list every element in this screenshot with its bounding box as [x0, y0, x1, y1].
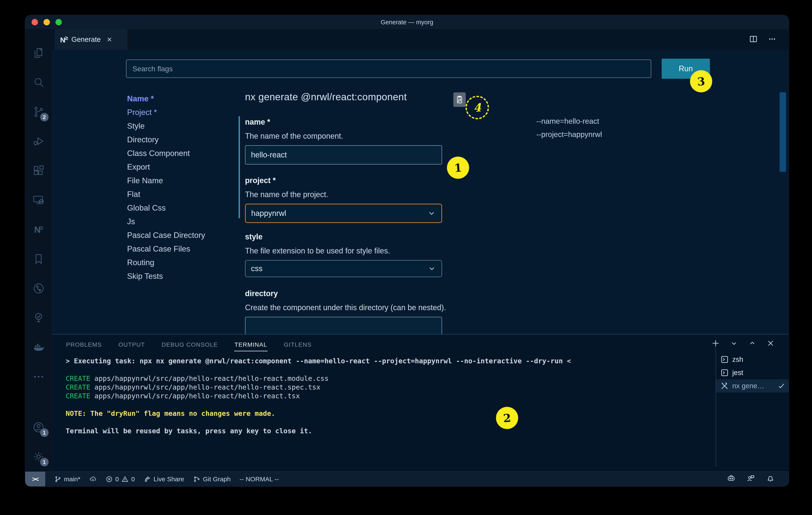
- cli-arg-name: --name=hello-react: [536, 114, 602, 128]
- accounts-icon[interactable]: 1: [25, 413, 52, 442]
- tab-gitlens[interactable]: GITLENS: [283, 337, 312, 351]
- annotation-step-1: 1: [446, 156, 470, 180]
- nav-item-file-name[interactable]: File Name: [127, 174, 205, 188]
- terminal-item-nx-generate[interactable]: nx gene…: [716, 379, 789, 392]
- status-bar: >< main* 0 0 Live Share Git Graph -- NOR…: [25, 471, 789, 486]
- nav-item-js[interactable]: Js: [127, 215, 205, 228]
- nx-tab-icon: N≥: [60, 35, 67, 44]
- nav-item-directory[interactable]: Directory: [127, 133, 205, 146]
- remote-explorer-icon[interactable]: [25, 185, 52, 215]
- project-field-description: The name of the project.: [245, 190, 328, 199]
- tools-icon: [720, 382, 729, 390]
- directory-field-label: directory: [245, 289, 278, 298]
- git-branch-status[interactable]: main*: [54, 476, 80, 483]
- vim-mode-status[interactable]: -- NORMAL --: [240, 476, 279, 483]
- terminal-create-line: CREATE apps/happynrwl/src/app/hello-reac…: [66, 374, 571, 383]
- nav-item-global-css[interactable]: Global Css: [127, 201, 205, 215]
- terminal-item-zsh[interactable]: zsh: [716, 353, 789, 366]
- terminal-create-line: CREATE apps/happynrwl/src/app/hello-reac…: [66, 383, 571, 392]
- nav-item-style[interactable]: Style: [127, 119, 205, 133]
- style-field-label: style: [245, 232, 262, 241]
- tab-label: Generate: [71, 35, 101, 44]
- notifications-bell-icon[interactable]: [766, 474, 775, 484]
- task-success-check-icon: [777, 382, 786, 390]
- flags-nav-list: Name * Project * Style Directory Class C…: [127, 92, 205, 283]
- live-share-icon: [144, 476, 151, 483]
- tab-terminal[interactable]: TERMINAL: [234, 337, 268, 351]
- problems-status[interactable]: 0 0: [106, 476, 135, 483]
- editor-more-actions-icon[interactable]: [767, 34, 777, 45]
- bottom-panel: PROBLEMS OUTPUT DEBUG CONSOLE TERMINAL G…: [52, 334, 789, 471]
- tab-problems[interactable]: PROBLEMS: [66, 337, 103, 351]
- nav-item-pascal-case-directory[interactable]: Pascal Case Directory: [127, 228, 205, 242]
- sync-status[interactable]: [89, 476, 96, 483]
- source-control-badge: 2: [40, 113, 49, 121]
- directory-field-description: Create the component under this director…: [245, 303, 446, 312]
- style-field-select[interactable]: css: [245, 260, 442, 277]
- branch-icon: [54, 476, 61, 483]
- git-graph-status[interactable]: Git Graph: [193, 476, 231, 483]
- terminal-item-jest[interactable]: jest: [716, 366, 789, 379]
- tab-generate[interactable]: N≥ Generate ✕: [55, 29, 127, 50]
- terminal-icon: [720, 355, 729, 364]
- activity-bar: 2 N≥: [25, 29, 52, 471]
- tab-close-icon[interactable]: ✕: [107, 36, 112, 43]
- name-field-description: The name of the component.: [245, 132, 343, 141]
- accounts-badge: 1: [40, 428, 49, 437]
- docker-icon[interactable]: [25, 333, 52, 362]
- annotation-step-4: 4: [465, 95, 490, 120]
- git-graph-icon: [193, 476, 200, 483]
- title-bar: Generate — myorg: [25, 15, 789, 29]
- nav-item-class-component[interactable]: Class Component: [127, 146, 205, 160]
- required-fields-bar: [239, 116, 240, 218]
- remote-indicator[interactable]: ><: [25, 472, 45, 487]
- search-icon[interactable]: [25, 67, 52, 97]
- terminal-create-line: CREATE apps/happynrwl/src/app/hello-reac…: [66, 392, 571, 401]
- name-field-input[interactable]: hello-react: [245, 145, 442, 164]
- nx-console-icon[interactable]: N≥: [25, 215, 52, 244]
- project-field-label: project *: [245, 176, 276, 185]
- explorer-icon[interactable]: [25, 38, 52, 67]
- nav-item-project[interactable]: Project *: [127, 106, 205, 119]
- nav-item-skip-tests[interactable]: Skip Tests: [127, 269, 205, 283]
- chevron-down-icon: [427, 209, 436, 218]
- window-title: Generate — myorg: [25, 19, 789, 26]
- nav-item-pascal-case-files[interactable]: Pascal Case Files: [127, 242, 205, 256]
- feedback-icon[interactable]: [747, 474, 755, 484]
- terminal-icon: [720, 369, 729, 377]
- cli-arg-project: --project=happynrwl: [536, 128, 602, 141]
- warning-icon: [121, 476, 128, 483]
- run-debug-icon[interactable]: [25, 127, 52, 156]
- panel-tabs: PROBLEMS OUTPUT DEBUG CONSOLE TERMINAL G…: [66, 334, 312, 354]
- settings-gear-icon[interactable]: 1: [25, 442, 52, 471]
- chevron-down-icon: [428, 264, 436, 273]
- nav-item-flat[interactable]: Flat: [127, 188, 205, 201]
- editor-scrollbar[interactable]: [780, 92, 786, 172]
- nav-item-routing[interactable]: Routing: [127, 256, 205, 269]
- nx-generate-webview: Run Name * Project * Style Directory Cla…: [52, 50, 789, 334]
- cli-args-preview: --name=hello-react --project=happynrwl: [536, 114, 602, 141]
- tab-output[interactable]: OUTPUT: [118, 337, 145, 351]
- more-extensions-icon[interactable]: [25, 362, 52, 391]
- vscode-window: Generate — myorg 2 N≥: [25, 15, 789, 487]
- copy-command-button[interactable]: [453, 92, 466, 107]
- gitlens-icon[interactable]: [25, 274, 52, 303]
- terminal-reuse-line: Terminal will be reused by tasks, press …: [66, 427, 571, 435]
- copilot-icon[interactable]: [727, 474, 735, 484]
- terminal-task-list: zsh jest nx gene…: [716, 347, 789, 466]
- project-field-select[interactable]: happynrwl: [245, 204, 442, 223]
- generator-heading: nx generate @nrwl/react:component: [245, 91, 407, 103]
- tab-debug-console[interactable]: DEBUG CONSOLE: [161, 337, 219, 351]
- search-flags-input[interactable]: [126, 59, 651, 78]
- terminal-output: > Executing task: npx nx generate @nrwl/…: [66, 357, 571, 435]
- nav-item-name[interactable]: Name *: [127, 92, 205, 106]
- error-icon: [106, 476, 113, 483]
- live-share-status[interactable]: Live Share: [144, 476, 184, 483]
- test-tree-icon[interactable]: [25, 303, 52, 333]
- bookmarks-icon[interactable]: [25, 244, 52, 274]
- split-editor-icon[interactable]: [749, 34, 758, 45]
- source-control-icon[interactable]: 2: [25, 97, 52, 127]
- directory-field-input[interactable]: [245, 317, 442, 334]
- nav-item-export[interactable]: Export: [127, 160, 205, 174]
- extensions-icon[interactable]: [25, 156, 52, 185]
